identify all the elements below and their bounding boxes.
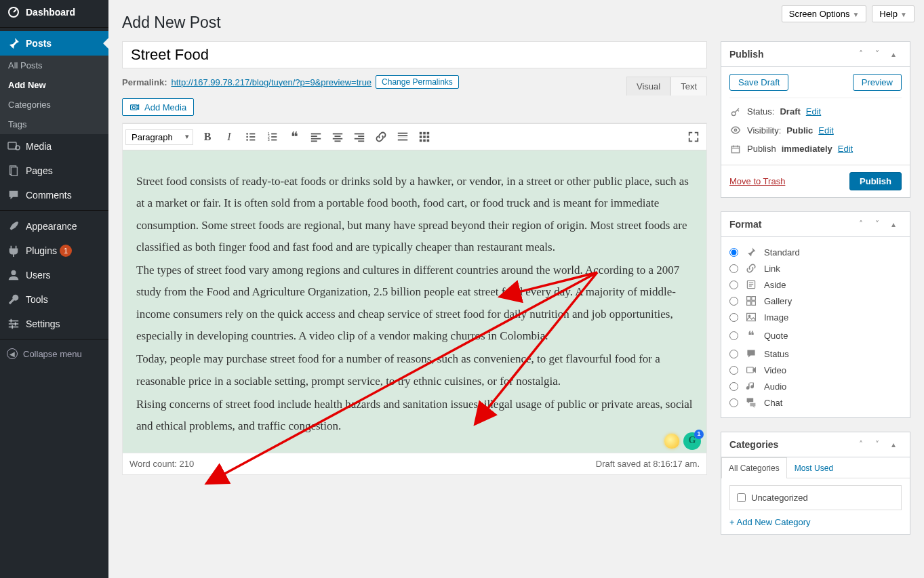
sidebar-item-users[interactable]: Users — [0, 263, 108, 287]
grammarly-icon[interactable]: G — [683, 432, 701, 450]
format-option-image[interactable]: Image — [729, 309, 902, 325]
svg-rect-21 — [271, 133, 277, 135]
sidebar-item-comments[interactable]: Comments — [0, 183, 108, 207]
change-permalinks-button[interactable]: Change Permalinks — [376, 75, 459, 89]
comments-icon — [7, 188, 20, 202]
sidebar-sub-all-posts[interactable]: All Posts — [0, 56, 108, 75]
italic-button[interactable]: I — [219, 127, 239, 147]
panel-toggle-icon[interactable]: ▴ — [885, 220, 902, 229]
bold-button[interactable]: B — [197, 127, 218, 147]
post-title-input[interactable] — [122, 41, 707, 68]
insert-more-button[interactable] — [393, 127, 413, 147]
format-option-video[interactable]: Video — [729, 362, 902, 378]
svg-rect-65 — [747, 313, 756, 321]
status-icon — [745, 348, 757, 359]
screen-options-button[interactable]: Screen Options▼ — [782, 5, 867, 22]
sidebar-item-media[interactable]: Media — [0, 134, 108, 159]
align-left-button[interactable] — [306, 127, 326, 147]
permalink-url[interactable]: http://167.99.78.217/blog/tuyen/?p=9&pre… — [171, 77, 371, 87]
sidebar-item-plugins[interactable]: Plugins 1 — [0, 239, 108, 263]
toolbar-toggle-button[interactable] — [414, 127, 435, 147]
link-button[interactable] — [371, 127, 391, 147]
edit-schedule-link[interactable]: Edit — [838, 144, 853, 154]
panel-up-icon[interactable]: ˄ — [853, 440, 869, 449]
cat-tab-all[interactable]: All Categories — [721, 457, 787, 478]
publish-metabox: Publish ˄ ˅ ▴ Save Draft Preview — [721, 41, 910, 198]
svg-rect-37 — [358, 140, 364, 142]
panel-up-icon[interactable]: ˄ — [853, 49, 869, 59]
svg-rect-6 — [9, 321, 18, 322]
hint-bulb-icon[interactable] — [664, 434, 679, 449]
svg-rect-58 — [749, 283, 753, 283]
format-option-link[interactable]: Link — [729, 260, 902, 276]
panel-down-icon[interactable]: ˅ — [869, 220, 885, 229]
add-media-button[interactable]: Add Media — [122, 98, 194, 116]
editor-tab-visual[interactable]: Visual — [626, 77, 670, 96]
preview-button[interactable]: Preview — [853, 74, 902, 91]
panel-down-icon[interactable]: ˅ — [869, 440, 885, 449]
gallery-icon — [745, 295, 757, 306]
svg-rect-40 — [398, 138, 407, 138]
sidebar-collapse[interactable]: ◀ Collapse menu — [0, 343, 108, 365]
move-to-trash-link[interactable]: Move to Trash — [729, 176, 785, 186]
svg-rect-4 — [11, 167, 17, 176]
svg-rect-7 — [9, 323, 18, 325]
edit-visibility-link[interactable]: Edit — [818, 125, 833, 136]
paragraph-selector[interactable]: Paragraph — [125, 129, 193, 145]
cat-tab-most-used[interactable]: Most Used — [787, 457, 841, 478]
sidebar-item-dashboard[interactable]: Dashboard — [0, 0, 108, 24]
bullet-list-button[interactable] — [241, 127, 261, 147]
format-metabox: Format ˄ ˅ ▴ StandardLinkAsideGalleryIma… — [721, 211, 910, 418]
sidebar-item-tools[interactable]: Tools — [0, 287, 108, 312]
format-option-standard[interactable]: Standard — [729, 244, 902, 260]
sidebar-item-posts[interactable]: Posts — [0, 31, 108, 56]
svg-rect-27 — [311, 136, 317, 137]
sidebar-sub-add-new[interactable]: Add New — [0, 75, 108, 95]
align-right-button[interactable] — [349, 127, 369, 147]
category-item[interactable]: Uncategorized — [737, 493, 894, 503]
numbered-list-button[interactable]: 123 — [262, 127, 283, 147]
image-icon — [745, 312, 757, 323]
svg-rect-1 — [8, 142, 16, 149]
editor-tab-text[interactable]: Text — [670, 77, 707, 96]
svg-rect-61 — [747, 297, 751, 301]
editor-content[interactable]: Street food consists of ready-to-eat foo… — [123, 150, 706, 453]
svg-rect-59 — [749, 284, 753, 285]
format-option-chat[interactable]: Chat — [729, 394, 902, 411]
format-option-quote[interactable]: ❝Quote — [729, 325, 902, 346]
sidebar-item-pages[interactable]: Pages — [0, 159, 108, 183]
save-draft-button[interactable]: Save Draft — [729, 74, 788, 91]
categories-metabox: Categories ˄ ˅ ▴ All Categories Most Use… — [721, 432, 910, 535]
pages-icon — [7, 164, 20, 178]
align-center-button[interactable] — [327, 127, 348, 147]
admin-sidebar: Dashboard Posts All Posts Add New Catego… — [0, 0, 108, 578]
sidebar-item-appearance[interactable]: Appearance — [0, 214, 108, 239]
panel-up-icon[interactable]: ˄ — [853, 220, 869, 229]
format-option-audio[interactable]: Audio — [729, 378, 902, 394]
publish-button[interactable]: Publish — [849, 172, 902, 190]
format-option-gallery[interactable]: Gallery — [729, 293, 902, 309]
chat-icon — [745, 397, 757, 408]
svg-rect-9 — [11, 319, 12, 323]
sidebar-item-settings[interactable]: Settings — [0, 312, 108, 336]
add-category-link[interactable]: + Add New Category — [729, 517, 902, 527]
svg-point-5 — [11, 270, 16, 275]
fullscreen-button[interactable] — [683, 127, 704, 147]
format-option-aside[interactable]: Aside — [729, 276, 902, 293]
help-button[interactable]: Help▼ — [872, 5, 915, 22]
sidebar-sub-categories[interactable]: Categories — [0, 95, 108, 115]
editor-status-bar: Word count: 210 Draft saved at 8:16:17 a… — [122, 453, 707, 475]
format-option-status[interactable]: Status — [729, 346, 902, 362]
editor-paragraph: Rising concerns of street food include h… — [136, 394, 693, 438]
blockquote-button[interactable]: ❝ — [284, 127, 304, 147]
appearance-icon — [7, 220, 20, 233]
svg-rect-33 — [335, 140, 341, 142]
standard-icon — [745, 247, 757, 257]
panel-toggle-icon[interactable]: ▴ — [885, 49, 902, 59]
tools-icon — [7, 293, 20, 306]
panel-toggle-icon[interactable]: ▴ — [885, 440, 902, 449]
sidebar-sub-tags[interactable]: Tags — [0, 115, 108, 134]
svg-rect-34 — [355, 133, 364, 135]
panel-down-icon[interactable]: ˅ — [869, 49, 885, 59]
edit-status-link[interactable]: Edit — [806, 106, 821, 117]
